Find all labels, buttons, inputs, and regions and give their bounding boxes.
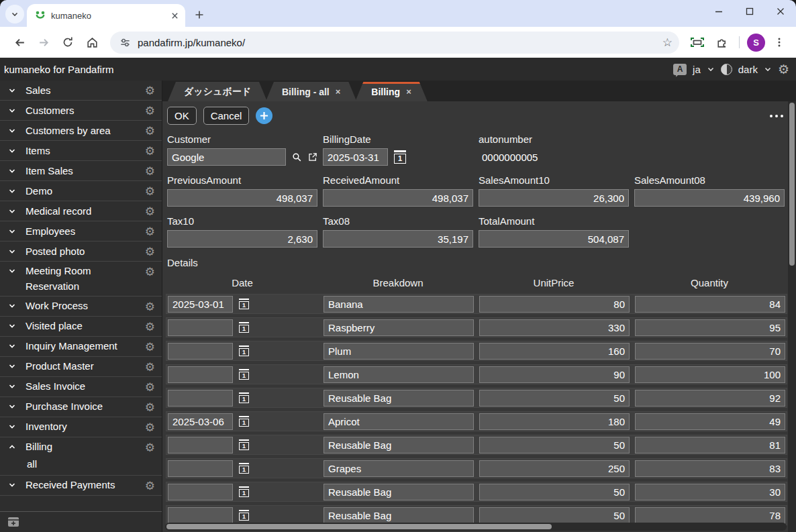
sidebar-item-meeting-room-reservation[interactable]: Meeting Room Reservation ⚙ (0, 262, 162, 297)
close-tab-icon[interactable]: × (336, 87, 341, 97)
detail-date-input[interactable] (168, 507, 233, 524)
detail-quantity-input[interactable] (635, 343, 785, 360)
detail-unitprice-input[interactable] (479, 343, 630, 360)
detail-unitprice-input[interactable] (479, 507, 630, 524)
site-info-icon[interactable] (119, 37, 131, 48)
calendar-icon[interactable]: 1 (239, 463, 249, 474)
calendar-icon[interactable]: 1 (239, 510, 249, 521)
forward-icon[interactable] (34, 32, 54, 52)
calendar-icon[interactable]: 1 (239, 322, 249, 333)
gear-icon[interactable]: ⚙ (145, 82, 155, 97)
sidebar-item-received-payments[interactable]: Received Payments ⚙ (0, 476, 162, 496)
gear-icon[interactable]: ⚙ (145, 102, 155, 117)
gear-icon[interactable]: ⚙ (145, 142, 155, 157)
gear-icon[interactable]: ⚙ (145, 263, 155, 278)
calendar-icon[interactable]: 1 (239, 299, 249, 310)
sidebar-item-item-sales[interactable]: Item Sales ⚙ (0, 161, 162, 181)
detail-breakdown-input[interactable] (324, 413, 474, 430)
sales-amount10-input[interactable] (479, 189, 629, 207)
gear-icon[interactable]: ⚙ (145, 318, 155, 333)
detail-date-input[interactable] (168, 296, 233, 313)
detail-quantity-input[interactable] (635, 507, 785, 524)
sales-amount08-input[interactable] (634, 189, 785, 207)
reload-icon[interactable] (58, 32, 78, 52)
calendar-icon[interactable]: 1 (394, 150, 406, 164)
language-icon[interactable]: A (673, 64, 687, 75)
detail-unitprice-input[interactable] (479, 413, 630, 430)
detail-quantity-input[interactable] (635, 366, 785, 383)
chevron-down-icon[interactable] (8, 342, 16, 350)
calendar-icon[interactable]: 1 (239, 439, 249, 451)
gear-icon[interactable]: ⚙ (145, 162, 155, 177)
detail-date-input[interactable] (168, 484, 233, 500)
chevron-down-icon[interactable] (8, 167, 16, 175)
gear-icon[interactable]: ⚙ (145, 122, 155, 137)
detail-breakdown-input[interactable] (324, 390, 474, 407)
detail-unitprice-input[interactable] (479, 296, 630, 313)
theme-contrast-icon[interactable] (721, 64, 732, 75)
detail-breakdown-input[interactable] (324, 296, 474, 313)
sidebar-item-items[interactable]: Items ⚙ (0, 141, 162, 161)
detail-breakdown-input[interactable] (324, 507, 474, 524)
sidebar-item-work-process[interactable]: Work Process ⚙ (0, 297, 162, 317)
chevron-down-icon[interactable] (8, 248, 16, 256)
detail-quantity-input[interactable] (635, 296, 785, 313)
sidebar-item-customers-by-area[interactable]: Customers by area ⚙ (0, 121, 162, 141)
chevron-down-icon[interactable] (8, 227, 16, 235)
customer-input[interactable] (167, 148, 286, 166)
address-bar[interactable]: pandafirm.jp/kumaneko/ ☆ (110, 32, 679, 54)
gear-icon[interactable]: ⚙ (145, 338, 155, 353)
gear-icon[interactable]: ⚙ (145, 398, 155, 413)
detail-date-input[interactable] (168, 460, 233, 477)
detail-unitprice-input[interactable] (479, 390, 630, 407)
detail-date-input[interactable] (168, 319, 233, 336)
sidebar-item-sales[interactable]: Sales ⚙ (0, 81, 162, 101)
detail-date-input[interactable] (168, 437, 233, 454)
chevron-down-icon[interactable] (707, 65, 715, 73)
calendar-icon[interactable]: 1 (239, 369, 249, 380)
calendar-icon[interactable]: 1 (239, 486, 249, 498)
tab-dashboard[interactable]: ダッシュボード (168, 82, 267, 101)
profile-avatar[interactable]: S (747, 34, 765, 52)
detail-unitprice-input[interactable] (479, 319, 630, 336)
add-app-icon[interactable] (6, 515, 21, 529)
url-text[interactable]: pandafirm.jp/kumaneko/ (138, 37, 656, 48)
add-record-button[interactable] (256, 107, 272, 124)
chevron-down-icon[interactable] (8, 423, 16, 431)
screenshot-frame-icon[interactable] (687, 32, 707, 52)
close-tab-icon[interactable]: × (406, 87, 411, 97)
gear-icon[interactable]: ⚙ (145, 182, 155, 197)
extensions-puzzle-icon[interactable] (711, 32, 732, 52)
sidebar-subitem-all[interactable]: all (0, 457, 162, 475)
gear-icon[interactable]: ⚙ (145, 298, 155, 313)
sidebar-item-sales-invoice[interactable]: Sales Invoice ⚙ (0, 377, 162, 397)
gear-icon[interactable]: ⚙ (145, 203, 155, 217)
sidebar-item-medical-record[interactable]: Medical record ⚙ (0, 201, 162, 221)
chevron-down-icon[interactable] (8, 267, 16, 275)
detail-quantity-input[interactable] (635, 413, 785, 430)
tab-billing[interactable]: Billing × (355, 82, 427, 101)
detail-unitprice-input[interactable] (479, 437, 630, 454)
detail-breakdown-input[interactable] (324, 343, 474, 360)
sidebar-item-posted-photo[interactable]: Posted photo ⚙ (0, 242, 162, 262)
detail-quantity-input[interactable] (635, 319, 785, 336)
detail-date-input[interactable] (168, 343, 233, 360)
gear-icon[interactable]: ⚙ (145, 223, 155, 237)
previous-amount-input[interactable] (167, 189, 317, 207)
chevron-down-icon[interactable] (8, 302, 16, 310)
chevron-down-icon[interactable] (8, 382, 16, 390)
new-tab-button[interactable] (191, 6, 208, 23)
sidebar-item-inquiry-management[interactable]: Inquiry Management ⚙ (0, 337, 162, 357)
chevron-down-icon[interactable] (8, 481, 16, 489)
close-window-button[interactable] (765, 0, 796, 23)
chevron-up-icon[interactable] (8, 443, 16, 451)
sidebar-item-billing[interactable]: Billing ⚙ all (0, 437, 162, 476)
detail-date-input[interactable] (168, 390, 233, 407)
gear-icon[interactable]: ⚙ (145, 358, 155, 373)
horizontal-scrollbar-thumb[interactable] (166, 524, 552, 529)
more-options-icon[interactable] (766, 112, 787, 120)
calendar-icon[interactable]: 1 (239, 392, 249, 404)
chevron-down-icon[interactable] (8, 207, 16, 215)
sidebar-item-visited-place[interactable]: Visited place ⚙ (0, 317, 162, 337)
chevron-down-icon[interactable] (8, 107, 16, 115)
